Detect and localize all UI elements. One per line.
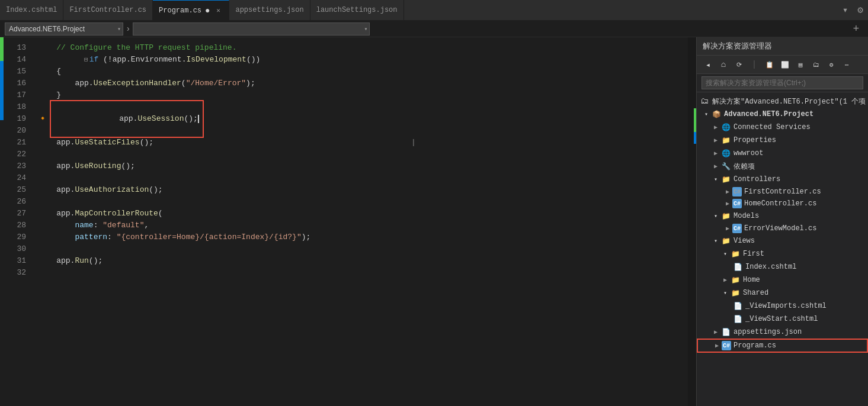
tree-appsettings[interactable]: ▶ 📄 appsettings.json xyxy=(697,326,868,339)
line-num-18: 18 xyxy=(4,101,33,113)
project-icon: 📦 xyxy=(711,109,722,120)
home-controller-expand-icon[interactable]: ▶ xyxy=(723,199,732,208)
tree-wwwroot[interactable]: ▶ 🌐 wwwroot xyxy=(697,147,868,160)
se-settings-button[interactable]: ⚙ xyxy=(825,58,838,71)
code-editor[interactable]: // Configure the HTTP request pipeline. … xyxy=(33,37,688,406)
tab-modified-dot: ● xyxy=(205,6,210,15)
home-folder-expand-icon[interactable]: ▶ xyxy=(720,275,730,285)
tree-properties[interactable]: ▶ 📁 Properties xyxy=(697,134,868,147)
solution-explorer-search xyxy=(697,74,868,92)
connected-expand-icon[interactable]: ▶ xyxy=(711,123,720,132)
project-expand-icon[interactable]: ▾ xyxy=(702,109,711,119)
code-line-14: ⊟if (!app.Environment.IsDevelopment()) xyxy=(38,54,688,66)
tree-shared-folder[interactable]: ▾ 📁 Shared xyxy=(697,286,868,299)
tree-controllers-folder[interactable]: ▾ 📁 Controllers xyxy=(697,173,868,186)
shared-folder-label: Shared xyxy=(743,289,768,297)
properties-expand-icon[interactable]: ▶ xyxy=(711,136,720,145)
code-line-19: 🔸 app.UseSession(); xyxy=(38,113,688,125)
tab-first-controller[interactable]: FirstController.cs xyxy=(63,0,153,20)
breadcrumb-project-select[interactable]: Advanced.NET6.Project xyxy=(5,22,123,36)
solution-explorer-search-input[interactable] xyxy=(702,76,863,89)
tree-viewstart[interactable]: 📄 _ViewStart.cshtml xyxy=(697,312,868,326)
se-sync-button[interactable]: ⟳ xyxy=(732,58,745,71)
tree-first-controller[interactable]: ▶ C# FirstController.cs xyxy=(697,186,868,198)
viewstart-icon: 📄 xyxy=(732,314,743,324)
solution-explorer-toolbar: ◂ ⌂ ⟳ | 📋 ⬜ ▤ 🗂 ⚙ ⋯ xyxy=(697,56,868,74)
shared-folder-expand-icon[interactable]: ▾ xyxy=(720,288,730,298)
tree-models-folder[interactable]: ▾ 📁 Models xyxy=(697,210,868,223)
tree-views-folder[interactable]: ▾ 📁 Views xyxy=(697,234,868,247)
tab-close-button[interactable]: ✕ xyxy=(213,6,223,15)
tree-project-root[interactable]: ▾ 📦 Advanced.NET6.Project xyxy=(697,108,868,121)
line-num-29: 29 xyxy=(4,231,33,243)
tree-error-view-model[interactable]: ▶ C# ErrorViewModel.cs xyxy=(697,223,868,234)
first-folder-label: First xyxy=(743,250,764,258)
se-new-solution-button[interactable]: 📋 xyxy=(763,58,776,71)
tree-first-folder[interactable]: ▾ 📁 First xyxy=(697,247,868,260)
se-filter-button[interactable]: ▤ xyxy=(794,58,807,71)
scrollbar[interactable] xyxy=(688,37,696,406)
tree-program-cs[interactable]: ▶ C# Program.cs xyxy=(697,339,868,353)
se-show-all-button[interactable]: ⬜ xyxy=(779,58,792,71)
controllers-label: Controllers xyxy=(734,175,780,183)
wwwroot-expand-icon[interactable]: ▶ xyxy=(711,149,720,158)
tree-home-controller[interactable]: ▶ C# HomeController.cs xyxy=(697,198,868,210)
tab-index-cshtml[interactable]: Index.cshtml xyxy=(0,0,63,20)
properties-icon: 📁 xyxy=(720,135,731,146)
se-back-button[interactable]: ◂ xyxy=(702,58,715,71)
code-line-31: app.Run(); xyxy=(38,255,688,267)
tab-overflow-button[interactable]: ▾ xyxy=(838,0,853,20)
se-separator: | xyxy=(748,58,761,71)
editor-area[interactable]: 13 14 15 16 17 18 19 20 21 22 23 24 25 2… xyxy=(0,37,696,406)
error-vm-label: ErrorViewModel.cs xyxy=(744,224,816,233)
tree-connected-services[interactable]: ▶ 🌐 Connected Services xyxy=(697,121,868,134)
tab-program-cs[interactable]: Program.cs ● ✕ xyxy=(153,0,229,20)
deps-expand-icon[interactable]: ▶ xyxy=(711,162,720,171)
first-controller-expand-icon[interactable]: ▶ xyxy=(723,187,732,196)
tab-settings-button[interactable]: ⚙ xyxy=(853,0,868,20)
se-collapse-button[interactable]: 🗂 xyxy=(809,58,822,71)
fold-icon-14[interactable]: ⊟ xyxy=(84,56,88,63)
line-num-13: 13 xyxy=(4,42,33,54)
tree-index-cshtml[interactable]: 📄 Index.cshtml xyxy=(697,260,868,273)
index-cshtml-label: Index.cshtml xyxy=(745,263,796,271)
models-expand-icon[interactable]: ▾ xyxy=(711,211,720,221)
home-folder-icon: 📁 xyxy=(730,275,741,285)
code-line-28: name: "default", xyxy=(38,220,688,231)
home-controller-cs-icon: C# xyxy=(732,199,742,208)
shared-folder-icon: 📁 xyxy=(730,288,741,298)
code-line-25: app.UseAuthorization(); xyxy=(38,184,688,196)
se-dotdot-button[interactable]: ⋯ xyxy=(840,58,853,71)
home-folder-label: Home xyxy=(743,276,760,284)
error-vm-expand-icon[interactable]: ▶ xyxy=(723,224,732,233)
line-numbers: 13 14 15 16 17 18 19 20 21 22 23 24 25 2… xyxy=(4,37,33,406)
breadcrumb-file-select[interactable] xyxy=(133,22,370,36)
tab-label: appsettings.json xyxy=(235,6,303,14)
tree-solution-root[interactable]: 🗂 解决方案"Advanced.NET6.Project"(1 个项 xyxy=(697,95,868,108)
tab-appsettings[interactable]: appsettings.json xyxy=(229,0,310,20)
tree-viewimports[interactable]: 📄 _ViewImports.cshtml xyxy=(697,299,868,312)
solution-explorer-header: 解决方案资源管理器 xyxy=(697,37,868,56)
margin-indicator-blue xyxy=(0,61,4,120)
appsettings-expand-icon[interactable]: ▶ xyxy=(711,327,720,337)
views-expand-icon[interactable]: ▾ xyxy=(711,236,720,246)
line-num-21: 21 xyxy=(4,137,33,149)
line-num-30: 30 xyxy=(4,243,33,255)
code-line-17: } xyxy=(38,89,688,101)
breadcrumb-bar: Advanced.NET6.Project › + xyxy=(0,21,868,37)
line-num-27: 27 xyxy=(4,208,33,220)
deps-label: 依赖项 xyxy=(734,162,755,172)
tree-home-folder[interactable]: ▶ 📁 Home xyxy=(697,273,868,286)
solution-explorer-panel: 解决方案资源管理器 ◂ ⌂ ⟳ | 📋 ⬜ ▤ 🗂 ⚙ ⋯ 🗂 解决方案"Adv… xyxy=(696,37,868,406)
tab-launch-settings[interactable]: launchSettings.json xyxy=(310,0,404,20)
program-cs-expand-icon[interactable]: ▶ xyxy=(712,341,722,350)
views-folder-icon: 📁 xyxy=(720,236,731,246)
first-folder-expand-icon[interactable]: ▾ xyxy=(720,249,730,259)
line-num-14: 14 xyxy=(4,54,33,66)
breadcrumb-add-button[interactable]: + xyxy=(849,22,863,36)
tree-dependencies[interactable]: ▶ 🔧 依赖项 xyxy=(697,160,868,173)
se-home-button[interactable]: ⌂ xyxy=(717,58,730,71)
controllers-expand-icon[interactable]: ▾ xyxy=(711,175,720,184)
scrollbar-indicator-green xyxy=(694,108,696,132)
tab-label: Index.cshtml xyxy=(6,6,57,14)
